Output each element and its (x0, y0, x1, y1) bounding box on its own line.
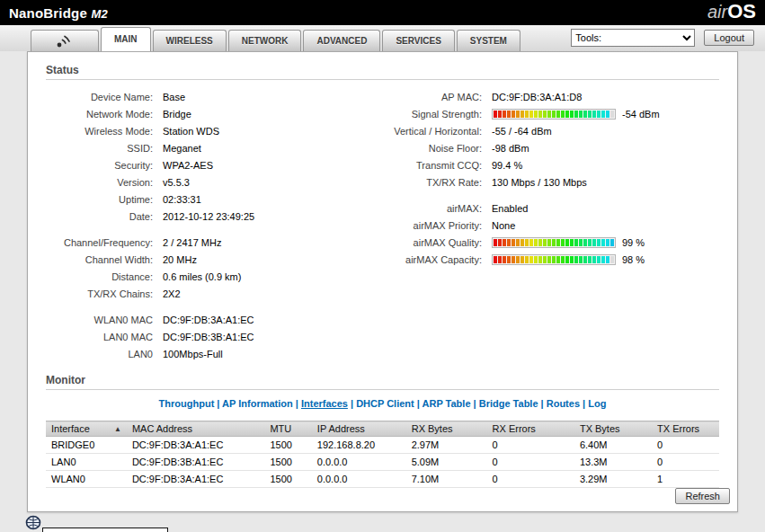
content-panel: Status Device Name:BaseNetwork Mode:Brid… (27, 51, 738, 512)
link-separator: | (580, 398, 588, 409)
status-row: airMAX Quality:99 % (369, 234, 719, 251)
column-header-tx-errors[interactable]: TX Errors (652, 421, 719, 437)
interfaces-table: Interface▲MAC AddressMTUIP AddressRX Byt… (46, 421, 719, 488)
link-separator: | (471, 398, 479, 409)
monitor-link-routes[interactable]: Routes (547, 398, 580, 409)
status-row: Channel/Frequency:2 / 2417 MHz (46, 234, 369, 251)
status-label: Noise Floor: (369, 143, 492, 154)
status-label: Vertical / Horizontal: (369, 126, 492, 137)
level-gauge (492, 109, 616, 120)
status-value: 98 % (492, 254, 645, 265)
status-label: TX/RX Chains: (46, 288, 163, 299)
table-row: LAN0DC:9F:DB:3B:A1:EC15000.0.0.05.09M013… (46, 454, 719, 471)
column-header-mac-address[interactable]: MAC Address (127, 421, 265, 437)
column-header-interface[interactable]: Interface▲ (46, 421, 127, 437)
status-label: Channel Width: (46, 254, 163, 265)
status-value: 2012-10-12 23:49:25 (163, 211, 254, 222)
table-cell: 0 (652, 437, 719, 454)
link-separator: | (214, 398, 222, 409)
monitor-link-throughput[interactable]: Throughput (159, 398, 215, 409)
table-cell: 6.40M (574, 437, 652, 454)
status-label: Distance: (46, 271, 163, 282)
airos-logo-air: air (707, 2, 727, 22)
tab-network[interactable]: NETWORK (228, 30, 302, 51)
status-row: Version:v5.5.3 (46, 173, 369, 191)
tab-logo[interactable] (31, 30, 99, 51)
monitor-links: Throughput | AP Information | Interfaces… (28, 390, 737, 421)
table-row: BRIDGE0DC:9F:DB:3A:A1:EC1500192.168.8.20… (46, 437, 719, 454)
link-separator: | (414, 398, 423, 409)
status-row: Wireless Mode:Station WDS (46, 122, 369, 139)
tab-main[interactable]: MAIN (101, 27, 151, 51)
refresh-button[interactable]: Refresh (675, 488, 730, 504)
monitor-section-title: Monitor (46, 374, 719, 390)
status-label: Signal Strength: (369, 109, 492, 120)
table-cell: 0.0.0.0 (312, 454, 406, 471)
status-value: DC:9F:DB:3A:A1:EC (163, 315, 254, 325)
monitor-link-ap-information[interactable]: AP Information (222, 398, 293, 409)
status-label: SSID: (46, 143, 163, 154)
popup-box (42, 528, 168, 532)
tab-wireless[interactable]: WIRELESS (153, 30, 227, 51)
status-value: -55 / -64 dBm (492, 126, 552, 137)
status-value: 100Mbps-Full (163, 349, 223, 359)
status-value: Station WDS (163, 126, 219, 137)
column-header-mtu[interactable]: MTU (264, 421, 311, 437)
status-value: None (492, 220, 515, 231)
column-header-tx-bytes[interactable]: TX Bytes (574, 421, 652, 437)
table-cell: 7.10M (406, 471, 487, 488)
level-gauge (492, 237, 616, 248)
monitor-link-arp-table[interactable]: ARP Table (423, 398, 471, 409)
column-header-rx-bytes[interactable]: RX Bytes (406, 421, 487, 437)
table-cell: DC:9F:DB:3A:A1:EC (127, 471, 265, 488)
tab-services[interactable]: SERVICES (382, 30, 454, 51)
table-cell: 1500 (264, 471, 311, 488)
link-separator: | (293, 398, 301, 409)
table-cell: 1500 (264, 454, 311, 471)
airos-page: NanoBridge M2 airOS MAINWIRELESSNETWORKA… (0, 0, 765, 532)
monitor-link-log[interactable]: Log (588, 398, 606, 409)
status-row: WLAN0 MACDC:9F:DB:3A:A1:EC (46, 311, 369, 328)
table-cell: DC:9F:DB:3B:A1:EC (127, 454, 265, 471)
status-label: Date: (46, 211, 163, 222)
globe-icon (25, 515, 41, 530)
sort-asc-icon: ▲ (114, 425, 121, 433)
monitor-link-interfaces[interactable]: Interfaces (301, 398, 348, 409)
status-value: Bridge (163, 109, 191, 120)
status-value: 2 / 2417 MHz (163, 237, 221, 248)
logout-button[interactable]: Logout (704, 30, 754, 46)
status-label: Transmit CCQ: (369, 160, 492, 171)
status-right-column: AP MAC:DC:9F:DB:3A:A1:D8Signal Strength:… (369, 88, 719, 362)
column-header-rx-errors[interactable]: RX Errors (487, 421, 574, 437)
table-cell: 0 (487, 454, 574, 471)
status-label: airMAX: (369, 203, 492, 214)
column-header-ip-address[interactable]: IP Address (312, 421, 406, 437)
status-row: airMAX:Enabled (369, 200, 719, 217)
table-cell: 13.3M (574, 454, 652, 471)
main-navigation: MAINWIRELESSNETWORKADVANCEDSERVICESSYSTE… (0, 25, 765, 51)
status-label: Channel/Frequency: (46, 237, 163, 248)
status-label: Security: (46, 160, 163, 171)
status-row: Channel Width:20 MHz (46, 251, 369, 268)
tab-system[interactable]: SYSTEM (457, 30, 520, 51)
status-section-title: Status (46, 64, 719, 80)
monitor-link-bridge-table[interactable]: Bridge Table (479, 398, 538, 409)
monitor-link-dhcp-client[interactable]: DHCP Client (356, 398, 414, 409)
status-row: Signal Strength:-54 dBm (369, 105, 719, 122)
status-row: Noise Floor:-98 dBm (369, 139, 719, 156)
device-brand: NanoBridge M2 (9, 5, 108, 21)
tools-dropdown[interactable]: Tools: (571, 29, 695, 47)
tab-strip: MAINWIRELESSNETWORKADVANCEDSERVICESSYSTE… (101, 27, 522, 51)
table-cell: 0 (652, 454, 719, 471)
status-row: Device Name:Base (46, 88, 369, 105)
status-value: -98 dBm (492, 143, 529, 154)
status-label: airMAX Capacity: (369, 254, 492, 265)
status-label: Network Mode: (46, 109, 163, 120)
table-row: WLAN0DC:9F:DB:3A:A1:EC15000.0.0.07.10M03… (46, 471, 719, 488)
status-label: LAN0 (46, 349, 163, 359)
status-value: 0.6 miles (0.9 km) (163, 271, 241, 282)
tab-advanced[interactable]: ADVANCED (303, 30, 380, 51)
status-value: Enabled (492, 203, 528, 214)
status-row: LAN0100Mbps-Full (46, 345, 369, 362)
table-cell: DC:9F:DB:3A:A1:EC (127, 437, 265, 454)
